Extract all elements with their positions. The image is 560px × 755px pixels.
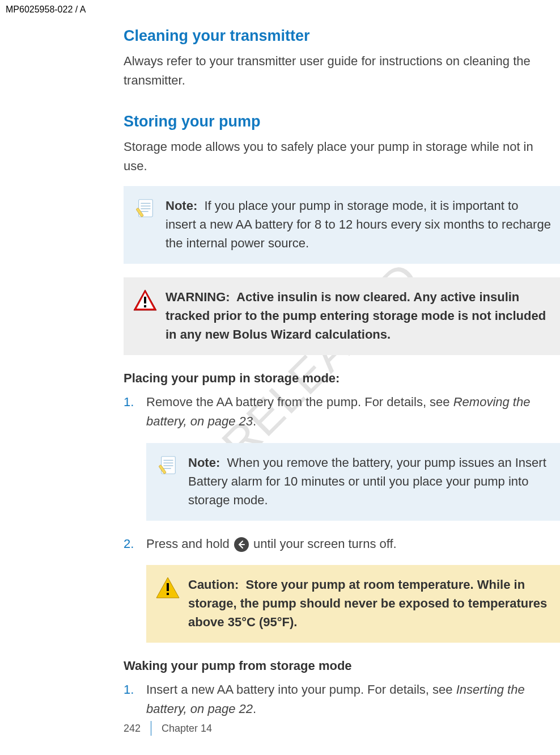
warning-callout: WARNING: Active insulin is now cleared. … <box>124 277 560 355</box>
note-callout-1: Note: If you place your pump in storage … <box>124 186 560 264</box>
section-body-storing: Storage mode allows you to safely place … <box>124 137 560 176</box>
warning-icon <box>133 289 158 311</box>
svg-rect-18 <box>167 583 169 591</box>
doc-id: MP6025958-022 / A <box>6 5 86 15</box>
note-icon <box>133 197 158 219</box>
section-title-cleaning: Cleaning your transmitter <box>124 27 560 45</box>
section-title-storing: Storing your pump <box>124 113 560 130</box>
back-button-icon <box>234 537 249 552</box>
caution-callout: Caution: Store your pump at room tempera… <box>146 565 560 643</box>
svg-rect-9 <box>144 305 146 307</box>
note-text-1: Note: If you place your pump in storage … <box>166 196 551 252</box>
note-icon <box>155 454 180 476</box>
svg-rect-8 <box>144 297 146 303</box>
warning-text: WARNING: Active insulin is now cleared. … <box>166 288 551 344</box>
subhead-waking: Waking your pump from storage mode <box>124 659 560 673</box>
footer-divider <box>151 721 151 736</box>
caution-text: Caution: Store your pump at room tempera… <box>188 575 551 631</box>
section-body-cleaning: Always refer to your transmitter user gu… <box>124 52 560 90</box>
warning-lead: WARNING: <box>166 290 230 304</box>
chapter-label: Chapter 14 <box>162 723 212 735</box>
wake-step-1: Insert a new AA battery into your pump. … <box>124 680 560 719</box>
caution-lead: Caution: <box>188 577 239 592</box>
caution-icon <box>155 576 180 599</box>
page-number: 242 <box>124 723 141 735</box>
svg-rect-19 <box>167 593 169 595</box>
note-text-2: Note: When you remove the battery, your … <box>188 453 551 509</box>
note-lead: Note: <box>188 455 220 470</box>
note-lead: Note: <box>166 199 197 213</box>
footer: 242 Chapter 14 <box>124 721 212 736</box>
step-1: Remove the AA battery from the pump. For… <box>124 393 560 520</box>
subhead-placing: Placing your pump in storage mode: <box>124 371 560 386</box>
step-2: Press and hold until your screen turns o… <box>124 534 560 643</box>
note-callout-2: Note: When you remove the battery, your … <box>146 443 560 521</box>
